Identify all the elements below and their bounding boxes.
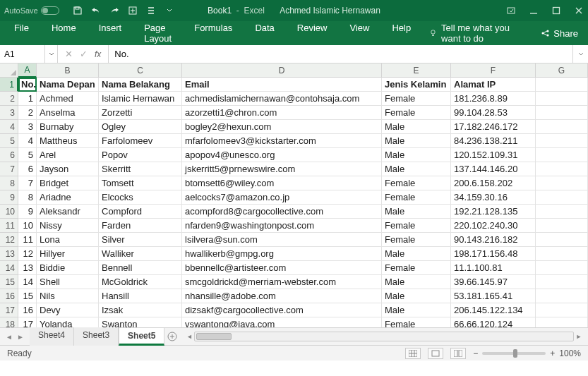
cell-C13[interactable]: Walliker <box>99 247 182 261</box>
cell-B11[interactable]: Nissy <box>37 219 99 233</box>
cell-F13[interactable]: 198.171.156.48 <box>451 247 536 261</box>
cell-D3[interactable]: azorzetti1@chron.com <box>182 106 382 120</box>
cell-A18[interactable]: 17 <box>18 317 37 327</box>
cell-A3[interactable]: 2 <box>18 106 37 120</box>
cell-C18[interactable]: Swanton <box>99 317 182 327</box>
formula-input[interactable] <box>109 45 572 63</box>
cell-D5[interactable]: mfarfolomeev3@kickstarter.com <box>182 134 382 148</box>
cell-G1[interactable] <box>536 78 588 92</box>
sheet-tab-sheet4[interactable]: Sheet4 <box>30 327 74 346</box>
cell-D7[interactable]: jskerritt5@prnewswire.com <box>182 162 382 176</box>
ribbon-options-icon[interactable] <box>506 6 516 16</box>
spreadsheet-grid[interactable]: ABCDEFG1No.Nama DepanNama BelakangEmailJ… <box>0 63 588 327</box>
cell-A16[interactable]: 15 <box>18 289 37 303</box>
share-button[interactable]: Share <box>541 28 578 39</box>
cell-G13[interactable] <box>536 247 588 261</box>
scroll-thumb[interactable] <box>196 333 232 340</box>
cell-A17[interactable]: 16 <box>18 303 37 317</box>
cell-C16[interactable]: Hansill <box>99 289 182 303</box>
cell-E18[interactable]: Female <box>382 317 451 327</box>
cell-F5[interactable]: 84.236.138.211 <box>451 134 536 148</box>
row-header-13[interactable]: 13 <box>0 247 18 261</box>
cell-F11[interactable]: 220.102.240.30 <box>451 219 536 233</box>
row-header-9[interactable]: 9 <box>0 190 18 205</box>
qat-icon-2[interactable] <box>145 5 157 16</box>
cell-E10[interactable]: Male <box>382 205 451 219</box>
cell-F17[interactable]: 206.145.122.134 <box>451 303 536 317</box>
cell-C6[interactable]: Popov <box>99 148 182 162</box>
cell-B14[interactable]: Biddie <box>37 261 99 275</box>
column-header-A[interactable]: A <box>18 63 37 78</box>
cell-F16[interactable]: 53.181.165.41 <box>451 289 536 303</box>
cell-B2[interactable]: Achmed <box>37 92 99 106</box>
cell-C8[interactable]: Tomsett <box>99 176 182 190</box>
cell-C9[interactable]: Elcocks <box>99 190 182 205</box>
cell-A5[interactable]: 4 <box>18 134 37 148</box>
cell-F4[interactable]: 17.182.246.172 <box>451 120 536 134</box>
cell-C2[interactable]: Islamic Hernawan <box>99 92 182 106</box>
cell-D14[interactable]: bbennellc@artisteer.com <box>182 261 382 275</box>
cell-B5[interactable]: Mattheus <box>37 134 99 148</box>
cancel-formula-icon[interactable]: ✕ <box>65 49 73 59</box>
cell-B16[interactable]: Nils <box>37 289 99 303</box>
row-header-6[interactable]: 6 <box>0 148 18 162</box>
cell-D16[interactable]: nhansille@adobe.com <box>182 289 382 303</box>
ribbon-tab-view[interactable]: View <box>345 20 373 47</box>
cell-F10[interactable]: 192.21.128.135 <box>451 205 536 219</box>
cell-G4[interactable] <box>536 120 588 134</box>
minimize-icon[interactable] <box>529 6 539 16</box>
close-icon[interactable] <box>574 6 584 16</box>
cell-F2[interactable]: 181.236.8.89 <box>451 92 536 106</box>
cell-E14[interactable]: Female <box>382 261 451 275</box>
cell-G3[interactable] <box>536 106 588 120</box>
cell-C10[interactable]: Compford <box>99 205 182 219</box>
cell-A11[interactable]: 10 <box>18 219 37 233</box>
redo-icon[interactable] <box>109 5 120 16</box>
zoom-out-button[interactable]: − <box>473 348 478 358</box>
row-header-12[interactable]: 12 <box>0 233 18 247</box>
zoom-slider[interactable] <box>482 352 546 355</box>
cell-E17[interactable]: Male <box>382 303 451 317</box>
cell-B6[interactable]: Arel <box>37 148 99 162</box>
cell-B15[interactable]: Shell <box>37 275 99 289</box>
cell-B7[interactable]: Jayson <box>37 162 99 176</box>
cell-D4[interactable]: bogley2@hexun.com <box>182 120 382 134</box>
cell-C17[interactable]: Izsak <box>99 303 182 317</box>
row-header-8[interactable]: 8 <box>0 176 18 190</box>
cell-E2[interactable]: Female <box>382 92 451 106</box>
cell-D18[interactable]: vswantong@java.com <box>182 317 382 327</box>
cell-D1[interactable]: Email <box>182 78 382 92</box>
ribbon-tab-data[interactable]: Data <box>251 20 278 47</box>
cell-G9[interactable] <box>536 190 588 205</box>
ribbon-tab-review[interactable]: Review <box>293 20 332 47</box>
cell-B10[interactable]: Aleksandr <box>37 205 99 219</box>
cell-D6[interactable]: apopov4@unesco.org <box>182 148 382 162</box>
cell-F6[interactable]: 120.152.109.31 <box>451 148 536 162</box>
cell-C5[interactable]: Farfolomeev <box>99 134 182 148</box>
new-sheet-button[interactable] <box>164 332 180 341</box>
cell-G10[interactable] <box>536 205 588 219</box>
horizontal-scrollbar[interactable]: ◄ ► <box>184 332 584 341</box>
cell-E1[interactable]: Jenis Kelamin <box>382 78 451 92</box>
cell-E6[interactable]: Male <box>382 148 451 162</box>
cell-B3[interactable]: Anselma <box>37 106 99 120</box>
cell-D15[interactable]: smcgoldrickd@merriam-webster.com <box>182 275 382 289</box>
cell-G17[interactable] <box>536 303 588 317</box>
cell-G14[interactable] <box>536 261 588 275</box>
select-all-corner[interactable] <box>0 63 18 78</box>
cell-E16[interactable]: Male <box>382 289 451 303</box>
cell-D9[interactable]: aelcocks7@amazon.co.jp <box>182 190 382 205</box>
cell-D10[interactable]: acompford8@cargocollective.com <box>182 205 382 219</box>
cell-A12[interactable]: 11 <box>18 233 37 247</box>
scroll-left-icon[interactable]: ◄ <box>184 332 194 341</box>
cell-E9[interactable]: Female <box>382 190 451 205</box>
cell-A1[interactable]: No. <box>18 78 37 92</box>
scroll-track[interactable] <box>194 332 574 341</box>
cell-E11[interactable]: Female <box>382 219 451 233</box>
ribbon-tab-help[interactable]: Help <box>388 20 415 47</box>
qat-customize-icon[interactable] <box>164 5 175 16</box>
zoom-in-button[interactable]: + <box>550 348 555 358</box>
cell-D12[interactable]: lsilvera@sun.com <box>182 233 382 247</box>
cell-C12[interactable]: Silver <box>99 233 182 247</box>
cell-D11[interactable]: nfarden9@washingtonpost.com <box>182 219 382 233</box>
